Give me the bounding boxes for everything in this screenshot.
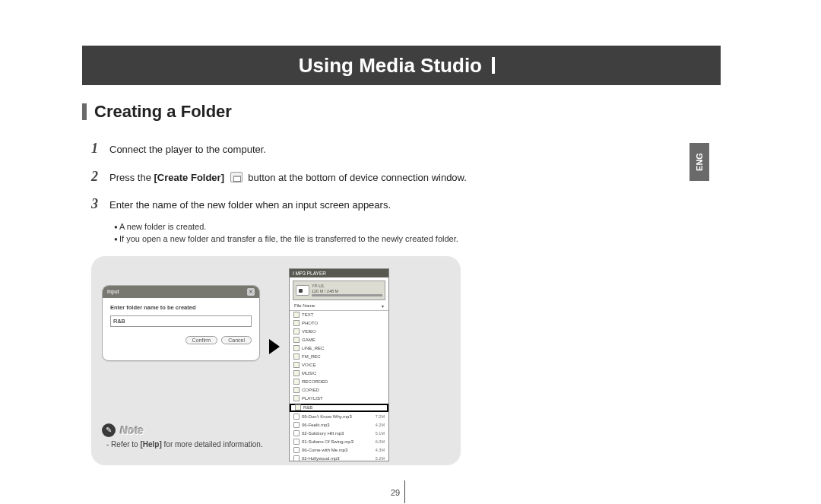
arrow-right-icon bbox=[269, 339, 280, 354]
list-item[interactable]: 06-Feelit.mp34.2M bbox=[290, 421, 388, 430]
folder-label: MUSIC bbox=[302, 371, 316, 376]
file-size: 6.0M bbox=[376, 439, 385, 444]
panel-title: I MP3 PLAYER bbox=[290, 269, 388, 277]
create-folder-icon bbox=[230, 172, 242, 182]
mp3-player-icon bbox=[296, 285, 309, 296]
list-item[interactable]: VOICE bbox=[290, 361, 388, 369]
device-model: YP-U1 bbox=[312, 284, 382, 289]
page-rule-icon bbox=[404, 480, 405, 503]
folder-icon bbox=[293, 328, 300, 334]
list-item[interactable]: 09-Don't Know Why.mp37.2M bbox=[290, 413, 388, 421]
list-item[interactable]: 02-Hollywood.mp35.2M bbox=[290, 455, 388, 461]
folder-label: COPIED bbox=[302, 388, 319, 392]
folder-label: PHOTO bbox=[302, 321, 318, 325]
folder-label: TEXT bbox=[302, 312, 313, 317]
folder-label: LINE_REC bbox=[302, 346, 324, 350]
close-icon[interactable]: ✕ bbox=[247, 288, 255, 296]
column-header: File Name ▾ bbox=[290, 302, 388, 311]
folder-icon bbox=[293, 312, 300, 318]
file-icon bbox=[293, 430, 300, 436]
page-title: Using Media Studio bbox=[299, 54, 504, 78]
device-info: YP-U1 120 M / 248 M bbox=[312, 284, 382, 296]
step-1-number: 1 bbox=[91, 137, 103, 160]
step-2: 2 Press the [Create Folder] button at th… bbox=[91, 165, 721, 189]
folder-icon bbox=[293, 345, 300, 351]
section-title: Creating a Folder bbox=[94, 102, 232, 122]
file-label: 09-Don't Know Why.mp3 bbox=[302, 414, 352, 419]
list-item[interactable]: PLAYLIST bbox=[290, 395, 388, 403]
confirm-button[interactable]: Confirm bbox=[185, 336, 218, 344]
list-item[interactable]: LINE_REC bbox=[290, 344, 388, 353]
device-storage: 120 M / 248 M bbox=[312, 289, 382, 294]
folder-label: PLAYLIST bbox=[302, 396, 323, 401]
file-size: 4.3M bbox=[376, 448, 385, 452]
file-size: 5.2M bbox=[376, 456, 385, 461]
step-2-number: 2 bbox=[91, 165, 103, 189]
folder-label: FM_REC bbox=[302, 354, 321, 359]
list-item[interactable]: 06-Come with Me.mp34.3M bbox=[290, 446, 388, 455]
input-dialog: Input ✕ Enter folder name to be created … bbox=[102, 285, 260, 361]
title-divider-icon bbox=[492, 57, 495, 74]
dialog-prompt: Enter folder name to be created bbox=[110, 304, 252, 311]
folder-icon bbox=[293, 379, 300, 385]
device-panel: I MP3 PLAYER YP-U1 120 M / 248 M File Na… bbox=[289, 268, 389, 461]
folder-name-input[interactable] bbox=[110, 315, 252, 327]
list-item[interactable]: GAME bbox=[290, 336, 388, 344]
step-1-text: Connect the player to the computer. bbox=[109, 141, 266, 158]
list-item[interactable]: COPIED bbox=[290, 386, 388, 395]
file-label: 02-Hollywood.mp3 bbox=[302, 456, 340, 461]
folder-icon bbox=[293, 362, 300, 368]
folder-icon bbox=[293, 387, 300, 393]
folder-icon bbox=[295, 404, 301, 410]
note-badge: ✎ Note bbox=[102, 423, 263, 437]
step-2-bold: [Create Folder] bbox=[154, 172, 224, 183]
file-label: 06-Come with Me.mp3 bbox=[302, 448, 347, 452]
file-size: 5.1M bbox=[376, 431, 385, 436]
note-pencil-icon: ✎ bbox=[102, 423, 116, 437]
page-number: 29 bbox=[391, 488, 400, 497]
folder-icon bbox=[293, 353, 300, 360]
dialog-buttons: Confirm Cancel bbox=[110, 336, 252, 344]
step-3-text: Enter the name of the new folder when an… bbox=[109, 197, 391, 214]
col-filename: File Name bbox=[294, 303, 315, 309]
folder-icon bbox=[293, 370, 300, 376]
file-icon bbox=[293, 447, 300, 453]
dialog-titlebar: Input ✕ bbox=[103, 286, 259, 298]
step-3-number: 3 bbox=[91, 192, 103, 216]
list-item[interactable]: FM_REC bbox=[290, 353, 388, 361]
list-item[interactable]: RECORDED bbox=[290, 378, 388, 386]
file-icon bbox=[293, 414, 300, 420]
file-size: 4.2M bbox=[376, 423, 385, 427]
file-icon bbox=[293, 439, 300, 445]
steps-list: 1 Connect the player to the computer. 2 … bbox=[91, 137, 721, 246]
note-label: Note bbox=[120, 424, 144, 436]
note-text: - Refer to [Help] for more detailed info… bbox=[106, 440, 263, 449]
file-icon bbox=[293, 422, 300, 428]
figure-area: Input ✕ Enter folder name to be created … bbox=[91, 256, 461, 465]
bullet-2: If you open a new folder and transfer a … bbox=[114, 233, 721, 246]
manual-page: Using Media Studio ENG Creating a Folder… bbox=[82, 46, 721, 465]
cancel-button[interactable]: Cancel bbox=[221, 336, 252, 344]
list-item[interactable]: VIDEO bbox=[290, 328, 388, 336]
list-item-selected[interactable]: R&B bbox=[290, 404, 388, 412]
list-item[interactable]: PHOTO bbox=[290, 319, 388, 328]
folder-icon bbox=[293, 337, 300, 343]
folder-label: RECORDED bbox=[302, 379, 328, 384]
sort-icon: ▾ bbox=[382, 303, 384, 309]
step-2-pre: Press the bbox=[109, 172, 154, 183]
step-2-text: Press the [Create Folder] button at the … bbox=[109, 170, 467, 186]
note-area: ✎ Note - Refer to [Help] for more detail… bbox=[102, 423, 263, 449]
list-item[interactable]: MUSIC bbox=[290, 369, 388, 378]
bullet-1: A new folder is created. bbox=[114, 220, 721, 233]
file-label: 01-Sultans Of Swing.mp3 bbox=[302, 439, 353, 444]
list-item[interactable]: 02-Solsbury Hill.mp35.1M bbox=[290, 430, 388, 438]
dialog-body: Enter folder name to be created Confirm … bbox=[103, 298, 259, 350]
file-list: TEXT PHOTO VIDEO GAME LINE_REC FM_REC VO… bbox=[290, 311, 388, 461]
section-header: Creating a Folder bbox=[82, 102, 721, 122]
storage-bar-icon bbox=[312, 294, 382, 296]
list-item[interactable]: TEXT bbox=[290, 311, 388, 319]
folder-icon bbox=[293, 320, 300, 326]
file-size: 7.2M bbox=[376, 414, 385, 419]
list-item[interactable]: 01-Sultans Of Swing.mp36.0M bbox=[290, 438, 388, 446]
folder-label: GAME bbox=[302, 338, 315, 342]
